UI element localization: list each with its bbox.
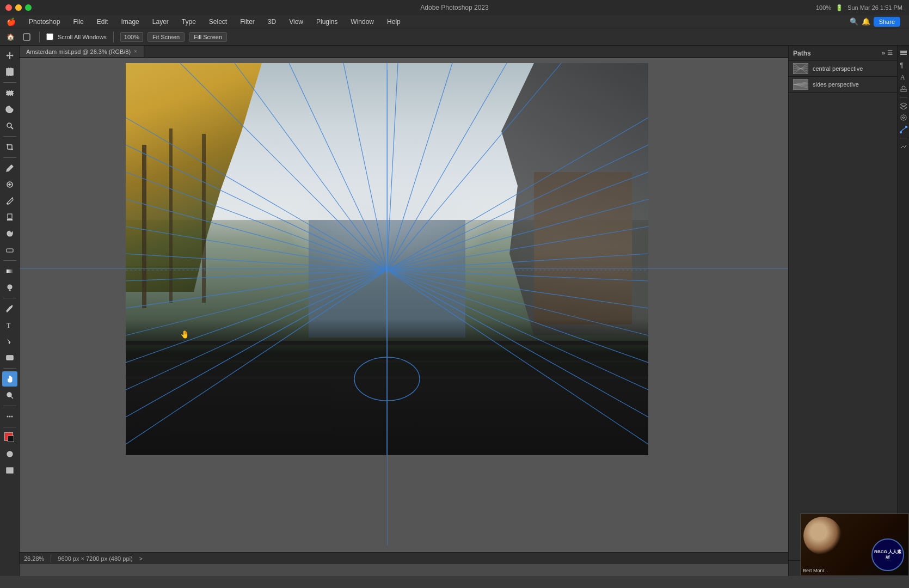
- menu-plugins[interactable]: Plugins: [314, 17, 340, 27]
- fill-screen-button[interactable]: Fill Screen: [189, 32, 227, 42]
- move-tool[interactable]: [2, 48, 17, 63]
- panel-header-actions: » ☰: [882, 50, 893, 57]
- channels-icon[interactable]: [899, 113, 908, 122]
- search-icon[interactable]: 🔍: [850, 17, 858, 26]
- right-toolbar-divider: [900, 97, 907, 97]
- screen-mode-tool[interactable]: [2, 463, 17, 478]
- menu-layer[interactable]: Layer: [150, 17, 171, 27]
- svg-line-81: [801, 66, 808, 69]
- svg-rect-16: [8, 214, 12, 218]
- minimize-button[interactable]: [15, 4, 22, 11]
- canvas-area[interactable]: Amsterdam mist.psd @ 26.3% (RGB/8) ×: [20, 46, 788, 576]
- zoom-tool[interactable]: [2, 388, 17, 403]
- separator-4: [3, 260, 16, 261]
- tab-close-button[interactable]: ×: [134, 48, 137, 54]
- menu-window[interactable]: Window: [348, 17, 376, 27]
- gradient-tool[interactable]: [2, 264, 17, 279]
- eyedropper-tool[interactable]: [2, 161, 17, 176]
- svg-line-27: [11, 396, 13, 399]
- menu-help[interactable]: Help: [385, 17, 403, 27]
- heal-tool[interactable]: [2, 177, 17, 192]
- separator-8: [3, 427, 16, 427]
- panel-header: Paths » ☰: [789, 46, 897, 61]
- trunk-2: [169, 128, 173, 303]
- paths-panel: Paths » ☰: [788, 46, 897, 576]
- svg-rect-95: [901, 89, 906, 91]
- adjust-icon[interactable]: [899, 142, 908, 151]
- menu-3d[interactable]: 3D: [266, 17, 278, 27]
- quick-select-tool[interactable]: [2, 118, 17, 133]
- home-icon[interactable]: 🏠: [4, 31, 16, 43]
- hand-tool[interactable]: [2, 371, 17, 387]
- shape-tool[interactable]: [2, 350, 17, 365]
- zoom-level: 100%: [816, 4, 831, 11]
- share-button[interactable]: Share: [874, 17, 900, 27]
- divider-2: [113, 32, 114, 42]
- apple-menu[interactable]: 🍎: [4, 16, 18, 27]
- cursor-hand: 🤚: [180, 330, 189, 339]
- history-brush-tool[interactable]: [2, 226, 17, 241]
- optionsbar: 🏠 Scroll All Windows 100% Fit Screen Fil…: [0, 28, 909, 46]
- menu-type[interactable]: Type: [180, 17, 198, 27]
- fit-screen-button[interactable]: Fit Screen: [148, 32, 185, 42]
- path-select-tool[interactable]: [2, 334, 17, 349]
- menu-image[interactable]: Image: [119, 17, 141, 27]
- notification-icon[interactable]: 🔔: [862, 17, 870, 26]
- dodge-burn-tool[interactable]: [2, 280, 17, 295]
- status-arrow[interactable]: >: [139, 555, 143, 562]
- close-button[interactable]: [5, 4, 12, 11]
- pen-tool[interactable]: [2, 301, 17, 316]
- clock: Sun Mar 26 1:51 PM: [847, 4, 902, 11]
- video-thumbnail[interactable]: RBCG 人人素材 Bert Monr...: [800, 513, 909, 576]
- svg-rect-6: [7, 91, 13, 95]
- separator-7: [3, 406, 16, 406]
- menu-file[interactable]: File: [71, 17, 85, 27]
- canvas-container[interactable]: /* pickets */: [20, 58, 788, 564]
- window-controls[interactable]: [5, 4, 32, 11]
- buildings-right: [534, 172, 632, 324]
- scroll-all-checkbox[interactable]: [46, 33, 53, 40]
- menu-filter[interactable]: Filter: [238, 17, 257, 27]
- menu-photoshop[interactable]: Photoshop: [27, 17, 62, 27]
- tool-preset-icon[interactable]: [21, 31, 33, 43]
- panel-expand-icon[interactable]: »: [882, 50, 885, 57]
- right-panel-area: Paths » ☰: [788, 46, 909, 576]
- separator-1: [3, 82, 16, 83]
- text-tool[interactable]: T: [2, 317, 17, 333]
- path-item-1[interactable]: central perspective: [789, 61, 897, 77]
- path-thumb-2: [793, 79, 808, 90]
- color-swatches[interactable]: [2, 430, 17, 445]
- artboard-tool[interactable]: [2, 64, 17, 79]
- marquee-tool[interactable]: [2, 85, 17, 101]
- path-label-1: central perspective: [813, 65, 863, 72]
- document-tab[interactable]: Amsterdam mist.psd @ 26.3% (RGB/8) ×: [20, 46, 144, 57]
- video-inner: RBCG 人人素材 Bert Monr...: [801, 514, 908, 575]
- horizon-line: [20, 268, 788, 269]
- stamp-tool[interactable]: [2, 210, 17, 225]
- crop-tool[interactable]: [2, 139, 17, 155]
- type-icon[interactable]: A: [899, 72, 908, 82]
- paragraph-icon[interactable]: ¶: [899, 60, 908, 70]
- svg-point-100: [900, 132, 901, 133]
- eraser-tool[interactable]: [2, 242, 17, 258]
- titlebar: Adobe Photoshop 2023 100% 🔋 Sun Mar 26 1…: [0, 0, 909, 15]
- maximize-button[interactable]: [25, 4, 32, 11]
- window-title: Adobe Photoshop 2023: [420, 4, 488, 11]
- person-head: [803, 517, 842, 555]
- layer-comp-icon[interactable]: [899, 84, 908, 94]
- paths-icon[interactable]: [899, 125, 908, 134]
- svg-point-30: [7, 416, 8, 418]
- panel-menu-icon[interactable]: ☰: [887, 50, 893, 57]
- path-item-2[interactable]: sides perspective: [789, 77, 897, 93]
- brush-tool[interactable]: [2, 193, 17, 209]
- quick-mask-tool[interactable]: [2, 446, 17, 462]
- menu-edit[interactable]: Edit: [95, 17, 110, 27]
- lasso-tool[interactable]: [2, 102, 17, 117]
- menu-view[interactable]: View: [287, 17, 305, 27]
- menu-select[interactable]: Select: [207, 17, 229, 27]
- properties-icon[interactable]: [899, 48, 908, 58]
- background-color[interactable]: [8, 436, 14, 442]
- layers-icon[interactable]: [899, 101, 908, 111]
- extras-tool[interactable]: [2, 409, 17, 424]
- svg-line-80: [801, 64, 808, 69]
